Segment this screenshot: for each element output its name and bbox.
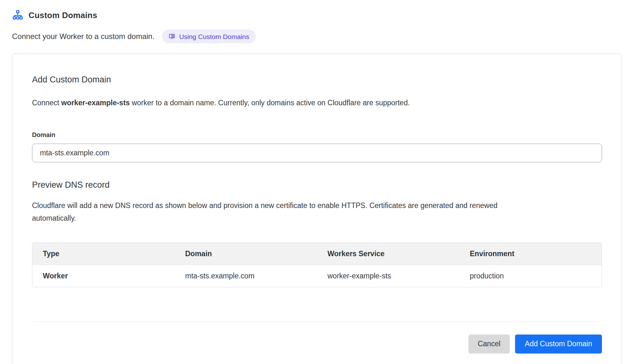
table-header-row: Type Domain Workers Service Environment — [32, 243, 602, 265]
column-header-domain: Domain — [175, 243, 317, 265]
page-title: Custom Domains — [29, 10, 97, 20]
footer-divider — [32, 322, 602, 322]
page-subtitle-row: Connect your Worker to a custom domain. … — [12, 29, 622, 43]
cell-environment: production — [459, 265, 602, 287]
card-heading: Add Custom Domain — [32, 75, 602, 85]
sitemap-icon — [12, 10, 23, 21]
column-header-environment: Environment — [459, 243, 602, 265]
column-header-type: Type — [32, 243, 175, 265]
worker-name: worker-example-sts — [61, 99, 130, 107]
docs-link-badge[interactable]: Using Custom Domains — [162, 29, 256, 43]
domain-input[interactable] — [32, 144, 602, 162]
cell-workers-service: worker-example-sts — [317, 265, 460, 287]
column-header-workers-service: Workers Service — [317, 243, 460, 265]
page-header: Custom Domains — [12, 10, 622, 21]
docs-link-label: Using Custom Domains — [179, 33, 249, 40]
add-custom-domain-card: Add Custom Domain Connect worker-example… — [12, 54, 622, 364]
cell-type: Worker — [32, 265, 175, 287]
open-book-icon — [168, 33, 175, 40]
intro-suffix: worker to a domain name. Currently, only… — [130, 99, 410, 107]
dns-preview-table: Type Domain Workers Service Environment … — [32, 243, 602, 287]
card-intro-text: Connect worker-example-sts worker to a d… — [32, 98, 602, 108]
preview-dns-description: Cloudflare will add a new DNS record as … — [32, 199, 508, 225]
cell-domain: mta-sts.example.com — [175, 265, 317, 287]
page-subtitle: Connect your Worker to a custom domain. — [12, 32, 154, 41]
footer-actions: Cancel Add Custom Domain — [32, 335, 602, 354]
domain-field-label: Domain — [32, 131, 602, 139]
add-custom-domain-button[interactable]: Add Custom Domain — [515, 335, 602, 354]
preview-dns-heading: Preview DNS record — [32, 180, 602, 190]
intro-prefix: Connect — [32, 99, 61, 107]
cancel-button[interactable]: Cancel — [468, 335, 510, 354]
table-row: Worker mta-sts.example.com worker-exampl… — [32, 265, 602, 287]
custom-domains-page: Custom Domains Connect your Worker to a … — [0, 0, 634, 364]
